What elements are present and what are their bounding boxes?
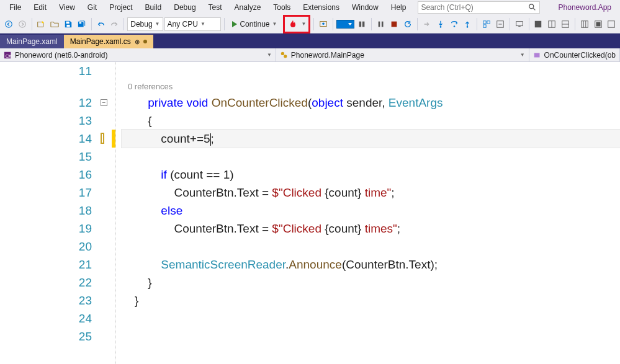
code-line[interactable]: SemanticScreenReader.Announce(CounterBtn…	[122, 255, 620, 273]
step-over-button[interactable]	[448, 17, 461, 31]
search-icon	[528, 3, 537, 12]
continue-label: Continue	[240, 20, 269, 29]
step-into-button[interactable]	[434, 17, 447, 31]
layout-4-button[interactable]	[578, 17, 591, 31]
code-line[interactable]: {	[122, 112, 620, 130]
line-number: 11	[0, 62, 92, 80]
solution-platform-combo[interactable]: Any CPU▼	[164, 17, 221, 31]
search-input[interactable]	[421, 3, 528, 12]
code-line-active[interactable]: count+=5;	[122, 130, 620, 148]
tab-mainpage-xaml-cs[interactable]: MainPage.xaml.cs ⊕	[64, 35, 153, 48]
line-number: 25	[0, 327, 92, 345]
nav-member-combo[interactable]: OnCounterClicked(ob	[529, 48, 620, 61]
svg-point-17	[467, 26, 469, 28]
code-editor[interactable]: 11 12 13 14 15 16 17 18 19 20 21 22 23 2…	[0, 62, 620, 364]
line-number: 19	[0, 220, 92, 237]
save-button[interactable]	[62, 17, 74, 31]
code-line[interactable]	[122, 309, 620, 327]
undo-button[interactable]	[95, 17, 107, 31]
tab-mainpage-xaml[interactable]: MainPage.xaml	[0, 35, 64, 48]
line-number: 20	[0, 237, 92, 255]
toolbar-separator	[32, 18, 32, 30]
menu-project[interactable]: Project	[104, 1, 138, 14]
debug-target-dropdown[interactable]	[336, 20, 354, 29]
menu-help[interactable]: Help	[385, 1, 412, 14]
code-line[interactable]: private void OnCounterClicked(object sen…	[122, 94, 620, 112]
nav-class-combo[interactable]: Phoneword.MainPage ▼	[276, 48, 529, 61]
layout-6-button[interactable]	[605, 17, 618, 31]
code-line[interactable]: }	[122, 291, 620, 309]
svg-rect-6	[66, 24, 70, 27]
menu-test[interactable]: Test	[203, 1, 228, 14]
live-visual-tree-button[interactable]	[480, 17, 493, 31]
code-line[interactable]: CounterBtn.Text = $"Clicked {count} time…	[122, 220, 620, 237]
save-all-button[interactable]	[76, 17, 88, 31]
line-number: 16	[0, 166, 92, 184]
svg-point-16	[453, 25, 455, 27]
code-line[interactable]	[122, 62, 620, 80]
class-icon	[280, 51, 289, 60]
menu-view[interactable]: View	[53, 1, 81, 14]
menu-file[interactable]: File	[4, 1, 27, 14]
line-number: 22	[0, 273, 92, 291]
svg-rect-13	[381, 21, 383, 27]
break-all-button[interactable]	[375, 17, 387, 31]
svg-rect-19	[487, 20, 490, 23]
step-out-button[interactable]	[461, 17, 474, 31]
menu-tools[interactable]: Tools	[267, 1, 296, 14]
stop-debug-button[interactable]	[389, 17, 401, 31]
line-number: 15	[0, 148, 92, 166]
quick-search[interactable]	[418, 1, 539, 14]
menu-debug[interactable]: Debug	[168, 1, 201, 14]
menu-analyze[interactable]: Analyze	[229, 1, 267, 14]
xaml-binding-button[interactable]	[494, 17, 506, 31]
process-button[interactable]	[356, 17, 368, 31]
menu-extensions[interactable]: Extensions	[297, 1, 345, 14]
code-area[interactable]: 0 references private void OnCounterClick…	[115, 62, 620, 364]
pin-icon[interactable]: ⊕	[135, 38, 140, 45]
svg-rect-10	[359, 21, 362, 27]
codelens-references[interactable]: 0 references	[122, 80, 620, 94]
svg-rect-32	[596, 22, 600, 26]
document-tab-strip: MainPage.xaml MainPage.xaml.cs ⊕	[0, 33, 620, 48]
layout-1-button[interactable]	[532, 17, 544, 31]
menu-build[interactable]: Build	[140, 1, 168, 14]
nav-project-combo[interactable]: C# Phoneword (net6.0-android) ▼	[0, 48, 276, 61]
new-project-button[interactable]	[35, 17, 48, 31]
tab-label: MainPage.xaml	[6, 37, 58, 46]
show-next-statement-button[interactable]	[421, 17, 433, 31]
code-line[interactable]: CounterBtn.Text = $"Clicked {count} time…	[122, 184, 620, 202]
redo-button[interactable]	[109, 17, 121, 31]
code-line[interactable]	[122, 327, 620, 345]
code-line[interactable]	[122, 237, 620, 255]
layout-5-button[interactable]	[592, 17, 604, 31]
hot-reload-settings-button[interactable]	[513, 17, 526, 31]
fold-toggle[interactable]: −	[101, 99, 107, 106]
toolbar-separator	[124, 18, 124, 30]
code-line[interactable]: }	[122, 273, 620, 291]
nav-forward-button[interactable]	[16, 17, 29, 31]
code-line[interactable]	[122, 148, 620, 166]
hot-reload-button[interactable]	[286, 17, 300, 31]
svg-point-36	[281, 51, 284, 55]
code-line[interactable]: if (count == 1)	[122, 166, 620, 184]
toolbar-separator	[371, 18, 372, 30]
menu-git[interactable]: Git	[82, 1, 102, 14]
menu-window[interactable]: Window	[346, 1, 384, 14]
open-file-button[interactable]	[48, 17, 61, 31]
toolbar-separator	[510, 18, 510, 30]
svg-point-9	[322, 22, 325, 25]
restart-button[interactable]	[402, 17, 414, 31]
nav-back-button[interactable]	[2, 17, 15, 31]
svg-rect-12	[378, 21, 380, 27]
solution-config-combo[interactable]: Debug▼	[127, 17, 163, 31]
continue-button[interactable]: Continue ▼	[227, 17, 282, 31]
play-icon	[232, 21, 237, 27]
browser-link-button[interactable]	[317, 17, 330, 31]
project-name-label[interactable]: Phoneword.App	[554, 1, 616, 14]
code-line[interactable]: else	[122, 202, 620, 220]
layout-3-button[interactable]	[559, 17, 572, 31]
menu-bar: File Edit View Git Project Build Debug T…	[0, 0, 620, 15]
menu-edit[interactable]: Edit	[28, 1, 52, 14]
layout-2-button[interactable]	[546, 17, 558, 31]
